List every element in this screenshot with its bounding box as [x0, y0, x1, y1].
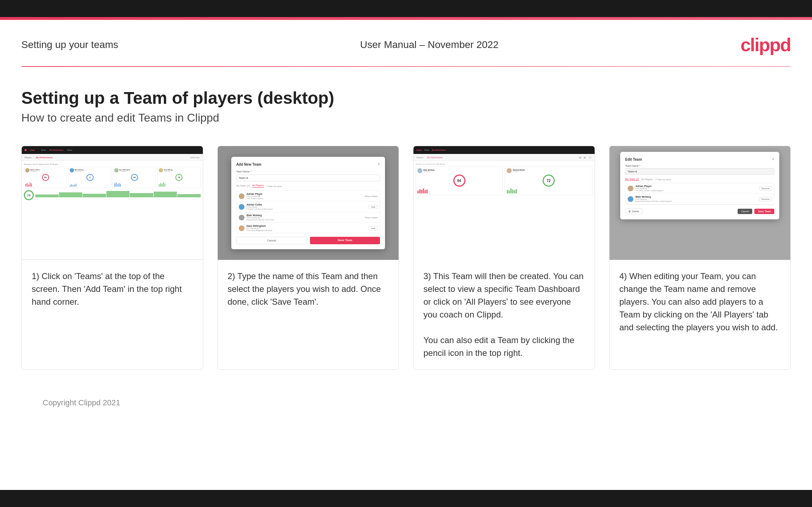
modal-player-avatar: [239, 225, 244, 231]
edit-modal-mock: Edit Team × Team Name * Team A My Team (…: [610, 146, 791, 260]
card-3-description: 3) This Team will then be created. You c…: [423, 270, 585, 359]
edit-modal-close-icon[interactable]: ×: [772, 157, 774, 162]
tv-player-1: Blair McHarg Plus Handicap 94: [416, 166, 503, 195]
card-4: Edit Team × Team Name * Team A My Team (…: [609, 146, 791, 370]
modal-player-avatar: [239, 193, 244, 199]
card-2: Add New Team × Team Name * My Team (2) A…: [217, 146, 399, 370]
modal-cancel-button[interactable]: Cancel: [236, 237, 307, 244]
dash-topbar: clippd Home My Performance Teams: [22, 146, 203, 154]
modal-player-club: Plus HandicapRoyal North Devon Golf Club: [247, 217, 363, 221]
modal-2-box: Add New Team × Team Name * My Team (2) A…: [231, 157, 385, 249]
edit-modal-title: Edit Team: [625, 158, 642, 161]
dash-player-3: Dave Billingham 5.8 Handicap 94: [113, 167, 156, 188]
em-player-sub: Plus HandicapRoyal North Devon Golf Club…: [636, 198, 757, 202]
modal-player-club: 5.8 HandicapThe Ding Maging Golf Club: [247, 227, 367, 231]
modal-tab-filter[interactable]: ☐ Filter by name: [266, 185, 282, 187]
card-1: clippd Home My Performance Teams Players…: [21, 146, 203, 370]
modal-add-button[interactable]: Add: [369, 226, 378, 230]
modal-player-added-label: Player Added: [365, 195, 378, 197]
dash-player-1: Adrian Collins Plus Handicap 84: [24, 167, 67, 188]
modal-player-item: Adrian Player Plus HandicapThe Shire Lon…: [237, 191, 380, 202]
dash-filter: Showing 4 out of 4 players from: All Pla…: [24, 163, 201, 165]
card-4-text: 4) When editing your Team, you can chang…: [610, 260, 791, 369]
page-title: Setting up a Team of players (desktop): [21, 88, 791, 108]
team-view-mock: clippd Home My Performance Players My Pe…: [413, 146, 595, 260]
card-2-text: 2) Type the name of this Team and then s…: [218, 260, 399, 369]
modal-2-close-icon[interactable]: ×: [378, 162, 380, 167]
modal-2-header: Add New Team ×: [236, 162, 380, 167]
modal-save-button[interactable]: Save Team: [310, 237, 380, 244]
em-tab-filter[interactable]: ☐ Filter by name: [655, 178, 671, 181]
modal-player-name: Dave Billingham: [247, 225, 367, 227]
em-player-info: Adrian Player Plus HandicapThe Shire Lon…: [636, 185, 757, 192]
edit-modal-header: Edit Team ×: [625, 157, 774, 162]
card-1-screenshot: clippd Home My Performance Teams Players…: [22, 146, 203, 260]
em-cancel-button[interactable]: Cancel: [738, 209, 753, 214]
modal-2-footer: Cancel Save Team: [236, 237, 380, 244]
dash-player-2: Blair McHarg Plus Handicap 0: [68, 167, 111, 188]
modal-tab-myteam[interactable]: My Team (2): [236, 185, 250, 188]
em-player-info: Blair McHarg Plus HandicapRoyal North De…: [636, 196, 757, 202]
header-section-label: Setting up your teams: [21, 39, 118, 50]
header-manual-label: User Manual – November 2022: [360, 39, 499, 50]
em-delete-button[interactable]: 🗑 Delete: [625, 208, 642, 214]
edit-modal-box: Edit Team × Team Name * Team A My Team (…: [620, 152, 779, 219]
tv-content: Showing 2 out of 2 players from: Blair M…: [413, 161, 595, 199]
em-tab-allplayers[interactable]: All Players: [641, 178, 653, 181]
footer: Copyright Clippd 2021: [21, 391, 791, 415]
card-1-text: 1) Click on 'Teams' at the top of the sc…: [22, 260, 203, 369]
modal-player-avatar: [239, 204, 244, 210]
modal-2-title: Add New Team: [236, 162, 262, 166]
em-remove-button[interactable]: Remove: [759, 197, 772, 201]
em-save-button[interactable]: Save Team: [754, 209, 774, 214]
modal-player-info: Adrian Player Plus HandicapThe Shire Lon…: [247, 193, 363, 199]
em-tab-myteam[interactable]: My Team (2): [625, 178, 639, 181]
accent-bar: [0, 17, 812, 20]
modal-player-club: 1 HandicapCentral London Golf Centre: [247, 206, 367, 210]
modal-add-button[interactable]: Add: [369, 205, 378, 209]
modal-player-added-label: Player Added: [365, 217, 378, 219]
tv-topbar: clippd Home My Performance: [413, 146, 595, 154]
card-3: clippd Home My Performance Players My Pe…: [413, 146, 595, 370]
edit-player-list: Adrian Player Plus HandicapThe Shire Lon…: [625, 183, 774, 205]
dash-players-row: Adrian Collins Plus Handicap 84: [24, 167, 201, 188]
modal-2-input[interactable]: [236, 175, 380, 181]
modal-player-club: Plus HandicapThe Shire London: [247, 195, 363, 199]
modal-player-name: Adrian Colba: [247, 203, 367, 206]
edit-modal-tabs: My Team (2) All Players ☐ Filter by name: [625, 178, 774, 181]
dash-player-4: Dave Billings 5.8 Handicap 78: [157, 167, 200, 188]
dot-red: [25, 149, 27, 151]
em-avatar: [628, 186, 633, 191]
dashboard-mock: clippd Home My Performance Teams Players…: [22, 146, 203, 260]
card-3-text: 3) This Team will then be created. You c…: [413, 260, 595, 369]
tv-nav-players: Players: [416, 156, 423, 159]
card-4-description: 4) When editing your Team, you can chang…: [619, 270, 781, 334]
em-remove-button[interactable]: Remove: [759, 186, 772, 191]
em-player-item: Blair McHarg Plus HandicapRoyal North De…: [626, 194, 774, 204]
card-2-screenshot: Add New Team × Team Name * My Team (2) A…: [218, 146, 399, 260]
edit-modal-input[interactable]: Team A: [625, 168, 774, 175]
edit-modal-footer: 🗑 Delete Cancel Save Team: [625, 208, 774, 214]
modal-player-item: Blair McHarg Plus HandicapRoyal North De…: [237, 212, 380, 223]
modal-2-player-list: Adrian Player Plus HandicapThe Shire Lon…: [236, 191, 380, 233]
dash-nav: Players My Performance ⚙ Add Team: [22, 154, 203, 161]
card-4-screenshot: Edit Team × Team Name * Team A My Team (…: [610, 146, 791, 260]
nav-item-active: My Performance: [36, 156, 53, 159]
dash-big-player: 72: [24, 190, 201, 200]
cards-grid: clippd Home My Performance Teams Players…: [21, 146, 791, 370]
modal-player-item: Adrian Colba 1 HandicapCentral London Go…: [237, 202, 380, 212]
top-bar: [0, 0, 812, 17]
modal-player-info: Adrian Colba 1 HandicapCentral London Go…: [247, 203, 367, 210]
trash-icon: 🗑: [628, 210, 631, 213]
dash-content: Showing 4 out of 4 players from: All Pla…: [22, 161, 203, 202]
modal-tab-allplayers[interactable]: All Players: [252, 184, 264, 188]
modal-2-mock: Add New Team × Team Name * My Team (2) A…: [218, 146, 399, 260]
modal-player-info: Blair McHarg Plus HandicapRoyal North De…: [247, 214, 363, 221]
main-content: Setting up a Team of players (desktop) H…: [0, 67, 812, 429]
logo: clippd: [740, 34, 791, 55]
card-1-description: 1) Click on 'Teams' at the top of the sc…: [32, 270, 193, 308]
delete-label: Delete: [632, 210, 639, 213]
copyright-text: Copyright Clippd 2021: [43, 398, 120, 407]
em-player-sub: Plus HandicapThe Shire London, United Ki…: [636, 187, 757, 192]
em-avatar: [628, 196, 633, 202]
